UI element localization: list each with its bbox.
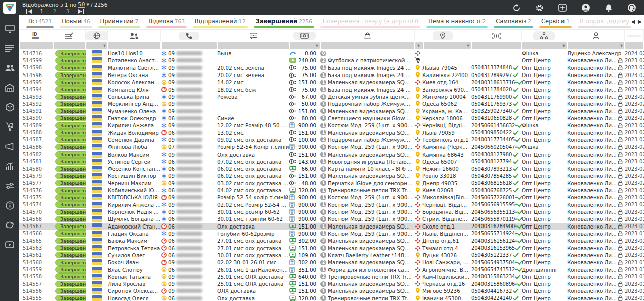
tab-Самовивіз[interactable]: Самовивіз2 (491, 15, 536, 29)
order-row-514586[interactable]: 514586ЗавершенийФіліпова Люба07Розмір 52… (19, 143, 644, 150)
column-header-status[interactable] (53, 30, 86, 41)
refresh-icon[interactable] (511, 3, 521, 13)
order-row-514567[interactable]: 514567ЗавершенийАдамовский Станис...06Ол… (19, 223, 644, 230)
column-header-phone[interactable] (161, 30, 217, 41)
tab-В дорозі додому[interactable]: В дорозі додому0 (575, 15, 631, 29)
order-row-514716[interactable]: 514716ЗавершенийНов10 Нов1009Выцв0.000Фі… (19, 50, 644, 57)
app-logo[interactable] (0, 0, 19, 15)
gear-icon[interactable] (534, 3, 544, 13)
sidebar-item-warehouse[interactable] (4, 82, 15, 93)
column-header-client[interactable] (108, 30, 161, 41)
page-size-dropdown[interactable]: 50 (78, 1, 85, 8)
order-row-514596[interactable]: 514596ЗавершенийВегера Оксана0920.02 смс… (19, 71, 644, 79)
column-header-city[interactable] (415, 30, 471, 41)
filter-input-city[interactable]: ▼ (424, 42, 471, 49)
tab-Нема в наявності[interactable]: Нема в наявності2 (423, 15, 491, 29)
sidebar-item-dashboard[interactable] (4, 23, 15, 34)
order-row-514576[interactable]: 514576ЗавершенийКобилинський Юрий0604.02… (19, 187, 644, 194)
sidebar-item-clients[interactable] (4, 62, 15, 73)
tab-Завершений[interactable]: Завершений2256 (251, 15, 317, 29)
order-row-514555[interactable]: 514555ЗавершенийНовосад Олеся06Олх доста… (19, 295, 644, 301)
order-row-514575[interactable]: 514575ЗавершенийКВІТОВСЬКА ЮЛІЯ09Розмір … (19, 194, 644, 201)
order-row-514558[interactable]: 514558ЗавершенийКовпак Татьяна0925.01 см… (19, 273, 644, 280)
order-row-514589[interactable]: 514589ЗавершенийКирилич Анжела0912.02 см… (19, 122, 644, 129)
order-row-514598[interactable]: 514598ЗавершенийМалютина Светлана0920.02… (19, 64, 644, 71)
order-row-514590[interactable]: 514590ЗавершенийГнатюк Олексндр06Синие80… (19, 115, 644, 122)
order-row-514592[interactable]: 514592ЗавершенийМерклингер Андрей0950.00… (19, 100, 644, 107)
page-number-2[interactable]: 2 (48, 9, 61, 14)
column-header-id[interactable]: ID (19, 30, 53, 41)
sidebar-item-settings[interactable] (4, 180, 15, 191)
sidebar-item-marketing[interactable] (4, 141, 15, 152)
filter-input-manager[interactable]: ▼ (568, 42, 624, 49)
filter-input-payment[interactable]: ▼ (290, 42, 320, 49)
column-header-ttn[interactable] (471, 30, 522, 41)
order-row-514563[interactable]: 514563ЗавершенийПетровська Тетяна0627.01… (19, 244, 644, 251)
add-order-icon[interactable] (557, 3, 568, 13)
sidebar-item-partners[interactable] (4, 219, 15, 231)
tabs-scroll-left-icon[interactable]: ◀ (631, 19, 635, 24)
user-icon[interactable] (581, 3, 591, 13)
column-header-payment[interactable] (289, 30, 320, 41)
page-number-1[interactable]: 1 (35, 9, 48, 14)
order-row-514570[interactable]: 514570ЗавершенийКорнелюк Надія Та...0930… (19, 208, 644, 215)
order-row-514591[interactable]: 514591ЗавершенийЧумаченко Олена09151.001… (19, 108, 644, 115)
filter-mini-dropdown[interactable]: ▼ (415, 42, 423, 49)
order-row-514556[interactable]: 514556ЗавершенийСиротюк Олександр09ОЛХ д… (19, 287, 644, 294)
order-row-514568[interactable]: 514568ЗавершенийШумляс Богдана Ан...0630… (19, 215, 644, 222)
page-number-3[interactable]: 3 (61, 9, 74, 14)
column-header-channel[interactable] (522, 30, 567, 41)
tab-Новый[interactable]: Новый46 (57, 15, 95, 29)
order-row-514595[interactable]: 514595ЗавершенийКолосок Александр0914.02… (19, 79, 644, 86)
bell-icon[interactable] (604, 3, 614, 13)
filter-input-id[interactable] (20, 42, 53, 49)
order-row-514579[interactable]: 514579ЗавершенийКостишин Виктор0906.02 с… (19, 172, 644, 179)
column-header-date[interactable] (625, 30, 644, 41)
tab-Повернення товару (в дорозі)[interactable]: Повернення товару (в дорозі)0 (317, 15, 423, 29)
tab-Сервіси[interactable]: Сервіси1 (536, 15, 575, 29)
order-row-514577[interactable]: 514577ЗавершенийЧерниш Максим0903.02 смс… (19, 180, 644, 187)
headset-icon[interactable] (627, 3, 637, 13)
order-row-514588[interactable]: 514588ЗавершенийЖидак Володимир0613.02 с… (19, 129, 644, 136)
sidebar-item-procurement[interactable] (4, 121, 15, 132)
filter-input-product[interactable] (321, 42, 414, 49)
filter-input-ttn[interactable] (472, 42, 521, 49)
order-row-514561[interactable]: 514561ЗавершенийСучилов Олег0630.01 смс … (19, 252, 644, 259)
first-page-button[interactable] (22, 8, 35, 14)
filter-input-date[interactable] (625, 42, 643, 49)
last-page-button[interactable] (74, 8, 88, 14)
sidebar-item-products[interactable] (4, 102, 15, 113)
sidebar-item-info[interactable] (4, 200, 15, 211)
tab-Всі[interactable]: Всі4521 (23, 15, 57, 29)
order-row-514593[interactable]: 514593ЗавершенийСольська Ірина09Рожева67… (19, 93, 644, 100)
filter-input-country[interactable]: ▼ (86, 42, 107, 49)
order-row-514574[interactable]: 514574ЗавершенийКирилич Анжела Ол...0902… (19, 201, 644, 208)
column-header-country[interactable] (86, 30, 108, 41)
order-row-514581[interactable]: 514581ЗавершенийУстинов Сергей0607.02 см… (19, 158, 644, 165)
column-header-product[interactable] (320, 30, 415, 41)
order-row-514587[interactable]: 514587ЗавершенийСеменюк Дарина0909.02 см… (19, 136, 644, 143)
order-row-514559[interactable]: 514559ЗавершенийВлас Слотюу0626.01 смс 1… (19, 266, 644, 273)
order-row-514594[interactable]: 514594ЗавершенийКомпанец Юля0518.02 смс … (19, 86, 644, 93)
tab-Відправлений[interactable]: Відправлений12 (190, 15, 251, 29)
order-row-514566[interactable]: 514566ЗавершенийГладик Оксана09Голубий 6… (19, 230, 644, 237)
filter-input-phone[interactable] (162, 42, 217, 49)
filter-input-client[interactable] (108, 42, 160, 49)
sidebar-item-video[interactable] (4, 239, 15, 250)
order-row-514580[interactable]: 514580ЗавершенийФесенко Константин0606.0… (19, 165, 644, 172)
tabs-scroll-right-icon[interactable]: ▶ (638, 19, 642, 24)
column-header-manager[interactable] (567, 30, 625, 41)
sidebar-item-statistics[interactable] (4, 161, 15, 172)
order-row-514560[interactable]: 514560ЗавершенийБокоч Иван0902.02 30.01 … (19, 259, 644, 266)
order-row-514557[interactable]: 514557ЗавершенийЛила Ярослав0925.01 смс … (19, 280, 644, 287)
tab-Відмова[interactable]: Відмова763 (143, 15, 190, 29)
filter-input-status[interactable] (54, 42, 85, 49)
order-row-514582[interactable]: 514582ЗавершенийВолков Максим09Олх доста… (19, 150, 644, 158)
tab-Прийнятий[interactable]: Прийнятий7 (95, 15, 144, 29)
order-row-514565[interactable]: 514565ЗавершенийБаюка Максим0627.01 смс … (19, 237, 644, 244)
column-header-comment[interactable] (217, 30, 289, 41)
filter-input-comment[interactable] (218, 42, 289, 49)
order-row-514599[interactable]: 514599ЗавершенийПотапенко Анастас...0924… (19, 57, 644, 64)
sidebar-item-orders[interactable] (4, 43, 15, 54)
filter-input-channel[interactable]: ▼ (522, 42, 567, 49)
